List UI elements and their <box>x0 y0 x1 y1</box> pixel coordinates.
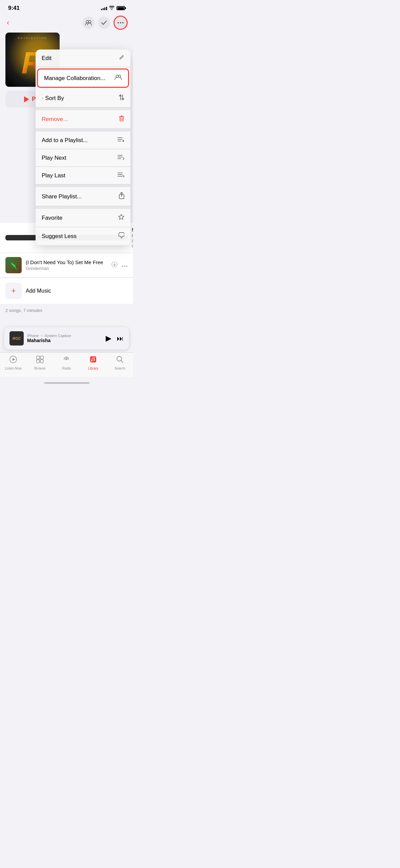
add-music-item[interactable]: + Add Music <box>0 278 133 304</box>
menu-divider-1 <box>36 107 130 110</box>
menu-edit-label: Edit <box>42 55 51 62</box>
svg-point-34 <box>126 265 127 267</box>
menu-sort-container: › Sort By <box>42 95 64 102</box>
back-button[interactable]: ‹ <box>5 17 10 28</box>
browse-icon <box>36 355 44 366</box>
mini-play-button[interactable]: ▶ <box>106 334 111 343</box>
menu-divider-4 <box>36 206 130 209</box>
menu-item-edit[interactable]: Edit <box>36 50 130 67</box>
tab-search-label: Search <box>114 367 125 370</box>
signal-icon <box>101 6 107 10</box>
play-icon <box>24 96 29 102</box>
menu-item-play-last[interactable]: Play Last <box>36 167 130 184</box>
dropdown-menu: Edit Manage Collaboration... <box>36 50 130 245</box>
tab-search[interactable]: Search <box>106 355 133 370</box>
svg-point-4 <box>122 22 124 23</box>
svg-point-43 <box>91 360 92 361</box>
menu-sort-label: Sort By <box>45 95 64 102</box>
library-icon <box>89 355 97 366</box>
svg-point-44 <box>93 359 95 361</box>
svg-rect-40 <box>40 360 43 363</box>
svg-rect-42 <box>90 356 96 362</box>
sort-icon <box>119 94 124 102</box>
songs-count: 2 songs, 7 minutes <box>0 304 133 317</box>
trash-icon <box>119 115 124 123</box>
listen-now-icon <box>9 355 17 366</box>
song-actions-2 <box>111 261 128 269</box>
menu-divider-2 <box>36 129 130 132</box>
song-thumb-2: 🦎 <box>5 257 22 273</box>
song-info-2: (I Don't Need You To) Set Me Free Grinde… <box>26 259 107 271</box>
nav-actions <box>82 16 128 30</box>
download-icon-2[interactable] <box>111 261 118 269</box>
group-button[interactable] <box>82 17 94 29</box>
menu-item-favorite[interactable]: Favorite <box>36 209 130 227</box>
svg-rect-38 <box>40 356 43 359</box>
tab-radio[interactable]: Radio <box>53 355 80 370</box>
svg-rect-9 <box>120 117 123 121</box>
menu-share-label: Share Playlist... <box>42 193 82 200</box>
mini-forward-button[interactable]: ⏭ <box>117 335 124 342</box>
radio-icon <box>62 355 70 366</box>
more-button[interactable] <box>113 16 128 30</box>
add-icon: + <box>5 283 22 299</box>
thumbs-down-icon <box>118 232 124 240</box>
home-indicator <box>0 377 133 389</box>
more-icon-2[interactable] <box>122 262 128 269</box>
menu-play-last-label: Play Last <box>42 172 65 179</box>
home-bar <box>44 382 89 384</box>
tab-browse-label: Browse <box>34 367 45 370</box>
menu-play-next-label: Play Next <box>42 155 66 161</box>
tab-listen-now[interactable]: Listen Now <box>0 355 27 370</box>
menu-item-suggest-less[interactable]: Suggest Less <box>36 227 130 245</box>
edit-icon <box>119 55 124 62</box>
mini-player-thumb: RGC <box>9 331 24 346</box>
svg-rect-39 <box>37 360 40 363</box>
search-icon <box>116 355 124 366</box>
svg-point-32 <box>122 265 123 267</box>
share-icon <box>119 192 124 201</box>
favorite-icon <box>118 214 124 222</box>
tab-browse[interactable]: Browse <box>27 355 54 370</box>
add-playlist-icon <box>118 137 124 144</box>
menu-favorite-label: Favorite <box>42 215 62 221</box>
album-label: RETRIBUTION <box>5 37 60 40</box>
svg-point-3 <box>120 22 121 23</box>
mini-player[interactable]: RGC iPhone → System Capture Maharisha ▶ … <box>4 327 129 350</box>
svg-point-33 <box>124 265 125 267</box>
menu-item-share[interactable]: Share Playlist... <box>36 187 130 206</box>
tab-bar: Listen Now Browse Radio <box>0 352 133 377</box>
mini-title: Maharisha <box>27 338 102 343</box>
tab-library[interactable]: Library <box>80 355 107 370</box>
song-title-2: (I Don't Need You To) Set Me Free <box>26 259 107 265</box>
menu-item-sort-by[interactable]: › Sort By <box>36 89 130 107</box>
menu-remove-label: Remove... <box>42 116 68 123</box>
menu-item-manage-collaboration[interactable]: Manage Collaboration... <box>37 68 129 88</box>
menu-item-add-playlist[interactable]: Add to a Playlist... <box>36 132 130 149</box>
svg-point-0 <box>86 21 89 23</box>
svg-marker-24 <box>119 214 124 219</box>
song-item-2[interactable]: 🦎 (I Don't Need You To) Set Me Free Grin… <box>0 253 133 278</box>
tab-library-label: Library <box>88 367 99 370</box>
collaboration-icon <box>114 75 122 82</box>
status-bar: 9:41 <box>0 0 133 14</box>
song-artist-2: Grinderman <box>26 266 107 271</box>
menu-item-remove[interactable]: Remove... <box>36 110 130 129</box>
mini-player-controls: ▶ ⏭ <box>106 334 124 343</box>
song-title-1: Maharisha <box>132 227 133 233</box>
check-button[interactable] <box>98 17 110 29</box>
mini-player-info: iPhone → System Capture Maharisha <box>27 334 102 343</box>
play-last-icon <box>118 172 124 179</box>
nav-header: ‹ <box>0 14 133 33</box>
menu-item-play-next[interactable]: Play Next <box>36 149 130 167</box>
svg-rect-37 <box>37 356 40 359</box>
song-artist-1: Retribution Gospel Choir <box>132 233 133 249</box>
svg-marker-36 <box>13 358 15 361</box>
menu-manage-label: Manage Collaboration... <box>44 75 105 82</box>
status-icons <box>101 6 125 11</box>
wifi-icon <box>109 6 114 11</box>
svg-point-1 <box>89 21 91 23</box>
status-time: 9:41 <box>8 5 20 12</box>
battery-icon <box>117 6 125 10</box>
menu-divider-3 <box>36 184 130 187</box>
